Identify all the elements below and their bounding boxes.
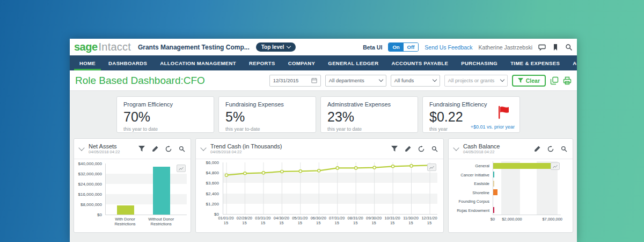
net-assets-panel-header: Net Assets 04/05/2018 04:22 bbox=[74, 139, 191, 159]
bar-without-donor-restrictions[interactable] bbox=[153, 167, 170, 215]
nav-item-time-expenses[interactable]: TIME & EXPENSES bbox=[504, 55, 566, 70]
logo-sage-text: sage bbox=[74, 41, 98, 53]
zoom-icon[interactable] bbox=[561, 146, 567, 152]
kpi-caption: this year to date bbox=[123, 126, 207, 132]
desktop-background: sage Intacct Grants Management Testing C… bbox=[0, 0, 644, 242]
chevron-down-icon bbox=[287, 44, 291, 48]
trend-cash-plot-area bbox=[223, 162, 437, 215]
topbar-right-cluster: Beta UI On Off Send Us Feedback Katherin… bbox=[363, 42, 573, 52]
company-name: Grants Management Testing Comp... bbox=[138, 44, 250, 51]
collapse-chevron-icon[interactable] bbox=[200, 145, 206, 151]
bar-general[interactable] bbox=[493, 163, 551, 169]
chevron-down-icon bbox=[378, 77, 383, 82]
panel-timestamp: 04/05/2018 04:22 bbox=[210, 150, 282, 155]
sage-intacct-logo[interactable]: sage Intacct bbox=[74, 41, 131, 53]
x-axis-label-date: 07/31/2015 bbox=[328, 216, 346, 226]
kpi-title: Adminstrative Expenses bbox=[327, 101, 411, 108]
kpi-caption: this year to-date bbox=[225, 126, 309, 132]
panel-title: Cash Balance bbox=[463, 143, 500, 150]
x-axis-label-date: 08/31/2015 bbox=[347, 216, 364, 226]
panel-title: Net Assets bbox=[89, 143, 120, 150]
funds-dropdown[interactable]: All funds bbox=[391, 75, 440, 87]
y-axis-label-shoreline: Shoreline bbox=[450, 190, 489, 195]
filter-funnel-icon[interactable] bbox=[138, 146, 145, 152]
top-bar: sage Intacct Grants Management Testing C… bbox=[70, 39, 577, 55]
x-axis-label-date: 05/31/2015 bbox=[291, 216, 309, 226]
entity-selector-label: Top level bbox=[261, 44, 284, 50]
nav-item-dashboards[interactable]: DASHBOARDS bbox=[102, 55, 153, 70]
refresh-icon[interactable] bbox=[547, 146, 554, 152]
trend-cash-line-svg bbox=[223, 162, 437, 214]
zoom-icon[interactable] bbox=[431, 146, 438, 152]
entity-selector[interactable]: Top level bbox=[256, 42, 296, 52]
bar-shoreline[interactable] bbox=[493, 189, 497, 195]
edit-pencil-icon[interactable] bbox=[534, 146, 540, 152]
y-axis-tick: $2,400 bbox=[196, 191, 219, 196]
bar-rojas-endowment[interactable] bbox=[493, 207, 494, 213]
clear-filters-button[interactable]: Clear bbox=[512, 75, 546, 87]
dashboard-title-bar: Role Based Dashboard:CFO 12/31/2015 All … bbox=[70, 70, 577, 91]
filter-funnel-icon[interactable] bbox=[391, 146, 398, 152]
search-icon[interactable] bbox=[565, 44, 573, 51]
zoom-icon[interactable] bbox=[179, 146, 185, 152]
beta-toggle-on[interactable]: On bbox=[389, 43, 403, 51]
nav-item-allocation-management[interactable]: ALLOCATION MANAGEMENT bbox=[153, 55, 243, 70]
filter-funnel-icon bbox=[518, 78, 523, 83]
chart-export-icon[interactable] bbox=[551, 162, 560, 170]
as-of-date-input[interactable]: 12/31/2015 bbox=[269, 75, 321, 87]
collapse-chevron-icon[interactable] bbox=[453, 145, 459, 151]
copy-dashboard-icon[interactable] bbox=[550, 76, 559, 85]
red-flag-icon bbox=[497, 105, 511, 119]
nav-item-accounts-receivab[interactable]: ACCOUNTS RECEIVAB bbox=[566, 55, 577, 70]
nav-item-company[interactable]: COMPANY bbox=[282, 55, 322, 70]
kpi-value: 23% bbox=[327, 109, 411, 125]
nav-item-reports[interactable]: REPORTS bbox=[243, 55, 282, 70]
kpi-card-adminstrative-expenses: Adminstrative Expenses23%this year to da… bbox=[320, 96, 418, 133]
nav-item-purchasing[interactable]: PURCHASING bbox=[455, 55, 504, 70]
y-axis-tick: $6,000 bbox=[196, 160, 219, 165]
projects-dropdown[interactable]: All projects or grants bbox=[444, 75, 508, 87]
dashboard-body: Program Efficiency70%this year to dateFu… bbox=[70, 91, 577, 242]
y-axis-tick: $24,000,000 bbox=[74, 182, 102, 187]
kpi-title: Fundraising Expenses bbox=[225, 101, 309, 108]
chat-bubble-icon[interactable] bbox=[538, 44, 546, 51]
beta-toggle-off[interactable]: Off bbox=[404, 43, 419, 51]
x-axis-tick: $2,000,000 bbox=[498, 217, 526, 222]
beta-toggle[interactable]: On Off bbox=[388, 42, 419, 52]
bookmark-icon[interactable] bbox=[552, 44, 559, 51]
refresh-icon[interactable] bbox=[418, 146, 425, 152]
edit-pencil-icon[interactable] bbox=[152, 146, 158, 152]
x-axis-label-date: 10/31/2015 bbox=[384, 216, 401, 226]
nav-item-accounts-payable[interactable]: ACCOUNTS PAYABLE bbox=[385, 55, 455, 70]
kpi-caption: this year to date bbox=[327, 126, 411, 132]
bar-cancer-initiative[interactable] bbox=[493, 172, 494, 177]
y-axis-tick: $16,000,000 bbox=[74, 192, 102, 197]
chevron-down-icon bbox=[432, 77, 436, 82]
edit-pencil-icon[interactable] bbox=[405, 146, 411, 152]
nav-item-home[interactable]: HOME bbox=[73, 55, 102, 70]
x-axis-tick: $7,000,000 bbox=[535, 217, 562, 222]
collapse-chevron-icon[interactable] bbox=[78, 145, 84, 151]
bar-eastside[interactable] bbox=[493, 181, 494, 187]
nav-item-general-ledger[interactable]: GENERAL LEDGER bbox=[321, 55, 385, 70]
x-axis-label-date: 01/01/2015 bbox=[217, 216, 235, 226]
y-axis-tick: $8,000,000 bbox=[74, 202, 102, 207]
send-feedback-link[interactable]: Send Us Feedback bbox=[425, 44, 472, 51]
y-axis-label-eastside: Eastside bbox=[450, 181, 489, 186]
main-nav-bar: HOMEDASHBOARDSALLOCATION MANAGEMENTREPOR… bbox=[70, 55, 577, 70]
panel-timestamp: 04/05/2018 04:22 bbox=[463, 150, 500, 155]
chart-export-icon[interactable] bbox=[177, 165, 186, 172]
chart-export-icon[interactable] bbox=[427, 163, 436, 171]
refresh-icon[interactable] bbox=[165, 146, 172, 152]
x-axis-label-date: 09/30/2015 bbox=[365, 216, 383, 226]
panel-timestamp: 04/05/2018 04:22 bbox=[89, 150, 120, 155]
page-title: Role Based Dashboard:CFO bbox=[75, 75, 205, 87]
user-menu[interactable]: Katherine Jastrzebski bbox=[479, 44, 532, 51]
calendar-icon bbox=[311, 77, 317, 83]
kpi-delta-vs-prior-year: +$0.01 vs. prior year bbox=[471, 124, 515, 130]
trend-cash-panel-header: Trend Cash (in Thousands) 04/05/2018 04:… bbox=[196, 139, 443, 159]
departments-dropdown[interactable]: All departments bbox=[325, 75, 386, 87]
print-icon[interactable] bbox=[563, 76, 572, 85]
bar-with-donor-restrictions[interactable] bbox=[117, 205, 134, 215]
y-axis-label-founding-corpus: Founding Corpus bbox=[450, 199, 489, 204]
